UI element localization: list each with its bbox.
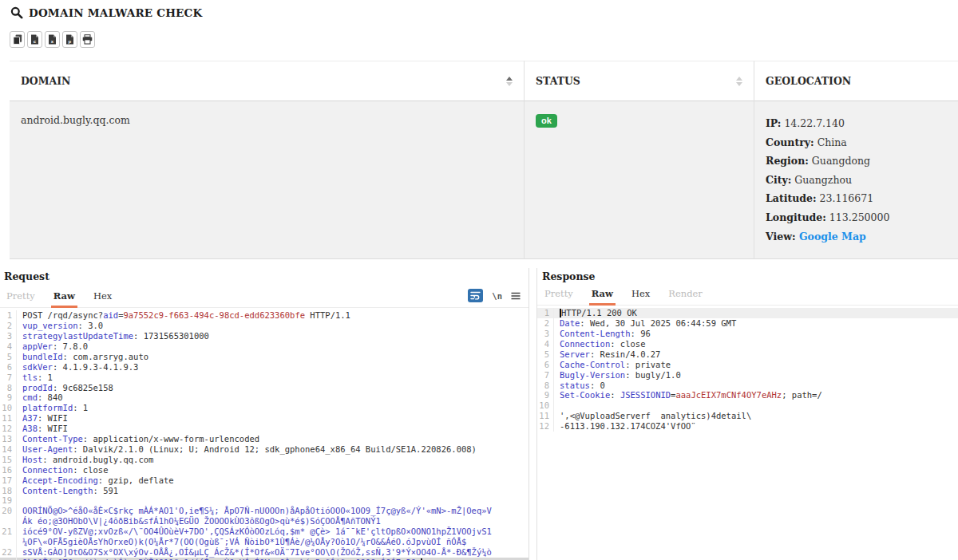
code-line: 8prodId: 9c6825e158: [0, 383, 528, 393]
line-content: vup_version: 3.0: [22, 321, 103, 331]
line-content: Content-Type: application/x-www-form-url…: [22, 434, 259, 444]
code-line: 7tls: 1: [0, 373, 528, 383]
csv-file-icon: c: [30, 34, 39, 45]
code-line: 19: [0, 495, 528, 506]
page-title: DOMAIN MALWARE CHECK: [29, 6, 202, 19]
line-number: 17: [0, 475, 17, 486]
excel-file-icon: x: [48, 34, 57, 45]
code-line: 5Server: Resin/4.0.27: [537, 349, 958, 360]
line-number: 7: [0, 373, 17, 383]
geo-value: 14.22.7.140: [781, 117, 845, 129]
line-number: 11: [0, 413, 17, 424]
response-panel-title: Response: [537, 268, 958, 288]
geo-field: City: Guangzhou: [766, 171, 947, 190]
google-map-link[interactable]: Google Map: [796, 231, 866, 243]
line-number: 2: [537, 318, 554, 329]
line-content: Connection: close: [560, 339, 645, 349]
line-number: 9: [0, 392, 17, 403]
code-line: 6Cache-Control: private: [537, 360, 958, 370]
request-toolbar: \n: [468, 288, 521, 307]
line-content: prodId: 9c6825e158: [22, 383, 113, 393]
line-number: 9: [537, 390, 554, 400]
response-panel: Response PrettyRawHexRender 1HTTP/1.1 20…: [536, 268, 958, 560]
line-content: cmd: 840: [22, 392, 63, 403]
line-content: [22, 495, 27, 506]
line-content: status: 0: [560, 381, 605, 391]
line-number: 5: [537, 349, 554, 360]
line-content: Bugly-Version: bugly/1.0: [560, 370, 681, 381]
line-content: tls: 1: [22, 373, 53, 383]
line-number: 12: [0, 424, 17, 434]
line-number: 2: [0, 321, 17, 331]
status-cell: ok: [525, 101, 754, 259]
request-code[interactable]: 1POST /rqd/async?aid=9a7552c9-f663-494c-…: [0, 308, 528, 560]
code-line: 9cmd: 840: [0, 392, 528, 403]
domain-value: android.bugly.qq.com: [21, 114, 130, 126]
line-content: Cache-Control: private: [560, 360, 671, 370]
line-content: sdkVer: 4.1.9.3-4.1.9.3: [22, 362, 138, 373]
line-content: appVer: 7.8.0: [22, 341, 88, 352]
csv-button[interactable]: c: [27, 31, 42, 48]
column-header-domain[interactable]: DOMAIN: [10, 61, 525, 101]
line-content: bundleId: com.arsryg.auto: [22, 352, 148, 362]
column-label: DOMAIN: [21, 75, 71, 87]
line-number: 13: [0, 434, 17, 444]
tab-hex[interactable]: Hex: [629, 288, 652, 305]
code-line: 16Connection: close: [0, 465, 528, 475]
code-line: 2Date: Wed, 30 Jul 2025 06:44:59 GMT: [537, 318, 958, 329]
tab-raw[interactable]: Raw: [589, 288, 616, 305]
line-content: Connection: close: [22, 465, 108, 475]
search-icon: [10, 6, 23, 19]
line-number: [0, 537, 17, 547]
tab-render[interactable]: Render: [666, 288, 705, 305]
sort-icon: [506, 77, 513, 86]
tab-pretty[interactable]: Pretty: [4, 290, 38, 307]
geo-label: City:: [766, 174, 791, 186]
excel-button[interactable]: x: [45, 31, 60, 48]
copy-button[interactable]: [10, 31, 25, 48]
line-content: POST /rqd/async?aid=9a7552c9-f663-494c-9…: [22, 310, 350, 321]
line-number: 1: [0, 310, 17, 321]
geo-value: China: [814, 136, 847, 148]
line-number: 21: [0, 526, 17, 537]
line-number: 6: [537, 360, 554, 370]
print-button[interactable]: [80, 31, 95, 48]
pdf-button[interactable]: p: [62, 31, 77, 48]
copy-icon: [13, 34, 22, 45]
geo-value: Guangdong: [809, 155, 870, 167]
http-panels: Request PrettyRawHex \n 1POST /rqd/asyn: [0, 268, 958, 560]
line-number: 8: [537, 381, 554, 391]
geo-label: Country:: [766, 136, 814, 148]
geolocation-cell: IP: 14.22.7.140Country: ChinaRegion: Gua…: [754, 101, 958, 259]
code-line: 9Set-Cookie: JSESSIONID=aaaJcEIX7mCNf4OY…: [537, 390, 958, 400]
code-line: Ák éo;@3OHObO\V|¿4ôðBib&sfÁ1hO¼EGÜO ŽOOO…: [0, 516, 528, 526]
menu-icon[interactable]: [511, 288, 521, 303]
wrap-lines-icon[interactable]: [468, 289, 483, 302]
line-number: 4: [537, 339, 554, 349]
line-content: [560, 400, 564, 411]
code-line: ¼OF\«OFÅ5gièOÅsYhOrxeO)k(O¼År*7(OO(Ogùß¯…: [0, 537, 528, 547]
svg-text:p: p: [68, 39, 71, 44]
code-line: 8status: 0: [537, 381, 958, 391]
tab-hex[interactable]: Hex: [91, 290, 114, 307]
line-number: 3: [537, 329, 554, 339]
geo-field: Region: Guangdong: [766, 152, 947, 171]
column-label: GEOLOCATION: [766, 75, 851, 87]
line-content: ¼OF\«OFÅ5gièOÅsYhOrxeO)k(O¼År*7(OO(Ogùß¯…: [22, 537, 466, 547]
tab-pretty[interactable]: Pretty: [542, 288, 576, 305]
code-line: 7Bugly-Version: bugly/1.0: [537, 370, 958, 381]
geo-label: Latitude:: [766, 192, 817, 204]
results-table: DOMAINSTATUSGEOLOCATION android.bugly.qq…: [10, 61, 958, 259]
line-content: A38: WIFI: [22, 424, 68, 434]
line-number: 6: [0, 362, 17, 373]
line-number: 12: [537, 421, 554, 432]
newline-icon[interactable]: \n: [492, 291, 502, 301]
tab-raw[interactable]: Raw: [51, 290, 77, 307]
line-number: 18: [0, 486, 17, 496]
request-panel: Request PrettyRawHex \n 1POST /rqd/asyn: [0, 268, 529, 560]
geo-field: IP: 14.22.7.140: [766, 114, 947, 133]
geo-value: Guangzhou: [791, 174, 852, 186]
line-content: ',<@VuploadServerf analytics)4detail\: [560, 411, 751, 421]
response-code[interactable]: 1HTTP/1.1 200 OK2Date: Wed, 30 Jul 2025 …: [537, 306, 958, 560]
column-header-status[interactable]: STATUS: [525, 61, 754, 101]
